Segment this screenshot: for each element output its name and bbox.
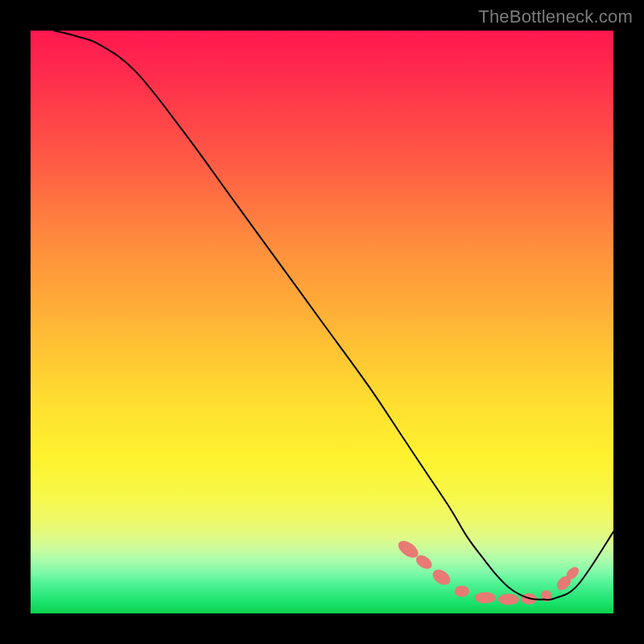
curve-marker <box>430 567 453 588</box>
curve-marker <box>498 594 519 605</box>
primary-curve <box>54 31 613 600</box>
curve-layer <box>31 31 613 613</box>
chart-frame: TheBottleneck.com <box>0 0 644 644</box>
plot-area <box>31 31 613 613</box>
curve-marker <box>455 585 469 597</box>
markers-group <box>395 538 581 605</box>
watermark-text: TheBottleneck.com <box>478 6 633 27</box>
curve-marker <box>475 592 496 603</box>
